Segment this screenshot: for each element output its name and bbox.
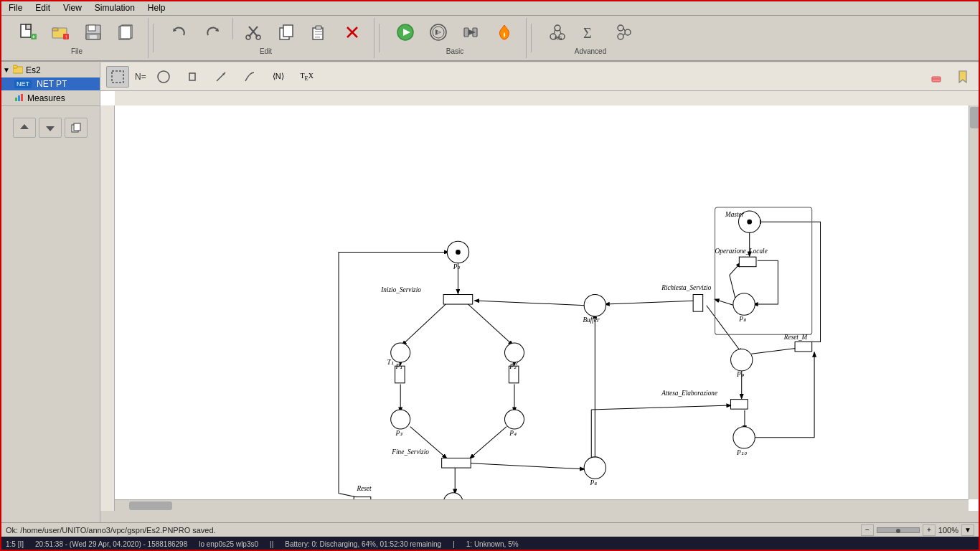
- menu-view[interactable]: View: [57, 1, 88, 14]
- svg-text:RG: RG: [555, 36, 562, 41]
- arc-tool[interactable]: [209, 66, 232, 88]
- scrollbar-v-thumb[interactable]: [970, 107, 980, 128]
- svg-rect-50: [13, 65, 17, 68]
- eraser-button[interactable]: [925, 66, 948, 88]
- menu-file[interactable]: File: [3, 1, 28, 14]
- zoom-dropdown-button[interactable]: ▼: [961, 524, 974, 536]
- token-label-tool[interactable]: ⟨N⟩: [267, 66, 290, 88]
- toolbar-edit-group: Edit: [158, 18, 374, 58]
- place-p8[interactable]: [733, 293, 755, 315]
- zoom-minus-button[interactable]: −: [861, 524, 874, 536]
- toolbar-basic-buttons: [390, 18, 520, 47]
- move-down-button[interactable]: [39, 118, 62, 138]
- net-icon: NET: [14, 80, 32, 88]
- toolbar-file-buttons: + ↑: [11, 18, 142, 47]
- zoom-track[interactable]: [877, 527, 920, 533]
- place-p9[interactable]: [731, 349, 753, 371]
- new-button[interactable]: +: [11, 18, 43, 47]
- svg-point-44: [618, 25, 623, 31]
- sigma-button[interactable]: Σ: [575, 18, 606, 47]
- zoom-thumb[interactable]: [896, 529, 900, 533]
- svg-point-38: [555, 25, 560, 31]
- menu-help[interactable]: Help: [142, 1, 171, 14]
- pages-button[interactable]: [110, 18, 142, 47]
- svg-line-48: [623, 34, 625, 35]
- transition-attesa-label: Attesa_Elaborazione: [661, 390, 717, 397]
- svg-rect-66: [115, 91, 980, 105]
- transition-attesa[interactable]: [731, 400, 748, 410]
- rg-button[interactable]: RG: [542, 18, 573, 47]
- petri-diagram[interactable]: Inizio_Servizio T₁ T₂ Fine_Servizio Rese…: [115, 105, 969, 499]
- transition-inizio[interactable]: [443, 295, 473, 305]
- svg-marker-55: [46, 126, 55, 131]
- save-button[interactable]: [77, 18, 109, 47]
- animate-button[interactable]: [423, 18, 454, 47]
- tree-item-es2-label: Es2: [26, 65, 41, 75]
- place-p3[interactable]: [391, 410, 410, 429]
- cut-button[interactable]: [237, 18, 269, 47]
- taskbar-position: 1:5 [I]: [6, 540, 24, 548]
- step-button[interactable]: [456, 18, 487, 47]
- paste-button[interactable]: [303, 18, 335, 47]
- svg-line-83: [606, 301, 698, 304]
- transition-reset-m[interactable]: [795, 342, 812, 352]
- canvas-area[interactable]: // Ruler ticks will be in CSS: [100, 91, 980, 511]
- redo-button[interactable]: [197, 18, 228, 47]
- place-p4[interactable]: [504, 410, 524, 429]
- sep1: [153, 24, 154, 52]
- taskbar-network: lo enp0s25 wlp3s0: [199, 540, 258, 548]
- transition-richiesta[interactable]: [693, 295, 703, 312]
- transition-fine-label: Fine_Servizio: [391, 448, 429, 456]
- delete-button[interactable]: [336, 18, 368, 47]
- menu-edit[interactable]: Edit: [29, 1, 56, 14]
- fire-button[interactable]: [489, 18, 520, 47]
- toolbar-advanced-buttons: RG Σ: [542, 18, 639, 47]
- tex-tool[interactable]: TEX: [296, 66, 319, 88]
- toolbar-edit-buttons: [164, 18, 368, 47]
- svg-line-70: [475, 301, 585, 306]
- place-master-label: Master: [725, 211, 745, 218]
- tree-item-measures[interactable]: Measures: [0, 90, 100, 105]
- open-button[interactable]: ↑: [44, 18, 76, 47]
- menu-simulation[interactable]: Simulation: [89, 1, 141, 14]
- select-tool[interactable]: [106, 66, 129, 88]
- transition-reset[interactable]: [354, 497, 371, 499]
- undo-button[interactable]: [164, 18, 195, 47]
- svg-point-45: [625, 29, 631, 35]
- bookmark-button[interactable]: [951, 66, 974, 88]
- transition-operazione[interactable]: [739, 257, 756, 267]
- tree-item-es2[interactable]: ▼ Es2: [0, 62, 100, 77]
- tree-item-net-pt[interactable]: NET NET PT: [0, 77, 100, 90]
- toolbar-advanced-group: RG Σ Advanced: [536, 18, 645, 58]
- transition-fine[interactable]: [442, 458, 471, 468]
- advanced2-button[interactable]: [608, 18, 639, 47]
- run-button[interactable]: [390, 18, 421, 47]
- svg-rect-9: [88, 25, 95, 31]
- copy-left-button[interactable]: [65, 118, 88, 138]
- place-p6-label: P₆: [590, 479, 598, 486]
- place-buffer[interactable]: [584, 295, 606, 316]
- statusbar: Ok: /home/user/UNITO/anno3/vpc/gspn/Es2.…: [0, 522, 980, 537]
- place-p2[interactable]: [504, 343, 524, 362]
- move-up-button[interactable]: [13, 118, 36, 138]
- scrollbar-h-thumb[interactable]: [129, 501, 172, 510]
- transition-richiesta-label: Richiesta_Servizio: [661, 284, 711, 291]
- place-p10[interactable]: [733, 427, 755, 448]
- place-p1[interactable]: [391, 343, 410, 362]
- zoom-plus-button[interactable]: +: [923, 524, 936, 536]
- scrollbar-vertical[interactable]: [969, 105, 980, 499]
- transition-tool[interactable]: [181, 66, 204, 88]
- copy-button[interactable]: [270, 18, 302, 47]
- place-p6[interactable]: [584, 457, 606, 479]
- inhibitor-tool[interactable]: [238, 66, 261, 88]
- svg-rect-14: [121, 26, 131, 39]
- scrollbar-horizontal[interactable]: [115, 499, 969, 511]
- svg-line-85: [751, 348, 800, 354]
- taskbar-separator2: |: [453, 540, 455, 548]
- place-master-token: [747, 220, 752, 225]
- place-p5[interactable]: [443, 493, 463, 499]
- svg-rect-25: [315, 37, 320, 38]
- svg-line-82: [715, 299, 735, 305]
- place-tool[interactable]: [152, 66, 175, 88]
- svg-rect-23: [315, 31, 322, 32]
